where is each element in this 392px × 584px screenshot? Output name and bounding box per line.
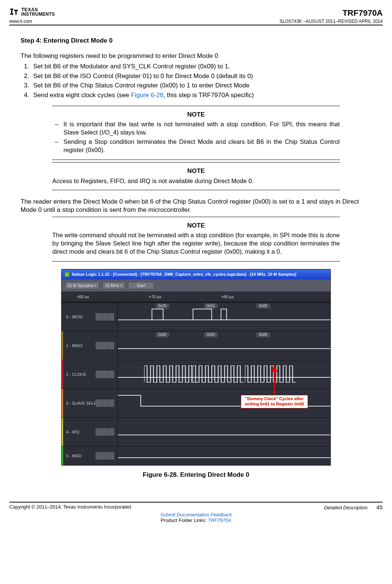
- section-name: Detailed Description: [324, 505, 367, 510]
- channel-controls[interactable]: [95, 313, 115, 321]
- step-title: Step 4: Entering Direct Mode 0: [21, 37, 371, 45]
- byte-tag: 0x00: [256, 303, 270, 308]
- body-paragraph: The reader enters the Direct Mode 0 when…: [21, 198, 371, 214]
- byte-tag: 0x61: [204, 303, 218, 308]
- note-heading: NOTE: [52, 167, 340, 176]
- byte-tag: 0x00: [256, 332, 270, 337]
- time-tick: +80 µs: [221, 294, 234, 300]
- note-bullet: It is important that the last write is n…: [63, 120, 340, 137]
- channel-controls[interactable]: [95, 452, 115, 460]
- figure-ref-link[interactable]: Figure 6-28: [131, 92, 164, 99]
- window-title: Saleae Logic 1.1.15 - [Connected] - [TRF…: [72, 272, 296, 277]
- channel-label: 5 - MOD: [63, 447, 118, 465]
- page-header: TEXAS INSTRUMENTS TRF7970A www.ti.com SL…: [9, 0, 383, 25]
- channel-wave-irq: [118, 418, 330, 446]
- callout-annotation: "Dummy Clock" Cycles after writing 0x61 …: [241, 365, 308, 408]
- product-folder-link[interactable]: TRF7970A: [208, 517, 231, 523]
- note-heading: NOTE: [52, 111, 340, 119]
- content-body: Step 4: Entering Direct Mode 0 The follo…: [9, 25, 383, 479]
- note-heading: NOTE: [52, 222, 340, 230]
- copyright-text: Copyright © 2011–2014, Texas Instruments…: [9, 504, 131, 510]
- list-item: Send extra eight clock cycles (see Figur…: [31, 91, 371, 100]
- start-button[interactable]: Start: [128, 282, 154, 290]
- note-box: NOTE Access to Registers, FIFO, and IRQ …: [52, 162, 340, 190]
- time-axis: +60 µs +70 µs +80 µs: [62, 291, 330, 302]
- brand-line2: INSTRUMENTS: [21, 12, 55, 16]
- channel-wave-miso: 0x00 0x00 0x00: [118, 331, 330, 360]
- channel-controls[interactable]: [95, 342, 115, 350]
- window-titlebar: Saleae Logic 1.1.15 - [Connected] - [TRF…: [62, 269, 330, 279]
- channel-label: 2 - CLOCK: [63, 360, 118, 389]
- channel-controls[interactable]: [95, 399, 115, 407]
- brand-line1: TEXAS: [21, 7, 55, 12]
- byte-tag: 0x20: [155, 303, 169, 308]
- time-tick: +70 µs: [149, 294, 162, 300]
- samples-dropdown[interactable]: 10 M Samples: [65, 282, 99, 290]
- channel-label: 4 - IRQ: [63, 418, 118, 446]
- note-box: NOTE The write command should not be ter…: [52, 217, 340, 262]
- byte-tag: 0x00: [155, 332, 169, 337]
- figure-caption: Figure 6-28. Entering Direct Mode 0: [21, 471, 371, 479]
- note-bullet: Sending a Stop condition terminates the …: [63, 138, 340, 154]
- list-item: Set bit B6 of the Modulator and SYS_CLK …: [31, 62, 371, 71]
- list-item: Set bit B6 of the Chip Status Control re…: [31, 81, 371, 90]
- note-box: NOTE It is important that the last write…: [52, 106, 340, 160]
- feedback-link[interactable]: Submit Documentation Feedback: [160, 512, 232, 517]
- channel-controls[interactable]: [95, 370, 115, 378]
- step-intro: The following registers need to be progr…: [21, 52, 371, 61]
- waveform-area: 0 - MOSI 0x20 0x61 0x00 1 - MISO: [62, 302, 330, 465]
- app-icon: [65, 272, 69, 277]
- list-item: Set bit B6 of the ISO Control (Register …: [31, 72, 371, 81]
- byte-tag: 0x00: [204, 332, 218, 337]
- channel-label: 0 - MOSI: [63, 303, 118, 331]
- brand-logo: TEXAS INSTRUMENTS: [9, 7, 383, 16]
- doc-revision: SLOS743K –AUGUST 2011–REVISED APRIL 2014: [280, 19, 383, 24]
- rate-dropdown[interactable]: 16 MHz: [102, 282, 125, 290]
- product-number: TRF7970A: [342, 8, 383, 18]
- channel-label: 3 - SLAVE SELECT: [63, 389, 118, 417]
- channel-controls[interactable]: [95, 428, 115, 436]
- figure-screenshot: Saleae Logic 1.1.15 - [Connected] - [TRF…: [61, 269, 331, 466]
- site-link[interactable]: www.ti.com: [9, 19, 32, 24]
- channel-wave-mosi: 0x20 0x61 0x00: [118, 303, 330, 331]
- step-list: Set bit B6 of the Modulator and SYS_CLK …: [21, 62, 371, 99]
- folder-label: Product Folder Links:: [161, 517, 208, 523]
- note-text: Access to Registers, FIFO, and IRQ is no…: [52, 177, 340, 185]
- channel-label: 1 - MISO: [63, 331, 118, 360]
- page-footer: Copyright © 2011–2014, Texas Instruments…: [9, 504, 383, 510]
- toolbar: 10 M Samples 16 MHz Start: [62, 279, 330, 292]
- page-number: 45: [376, 504, 383, 510]
- channel-wave-mod: [118, 447, 330, 465]
- ti-logo-icon: [9, 7, 19, 16]
- time-tick: +60 µs: [77, 294, 89, 300]
- note-text: The write command should not be terminat…: [52, 231, 340, 256]
